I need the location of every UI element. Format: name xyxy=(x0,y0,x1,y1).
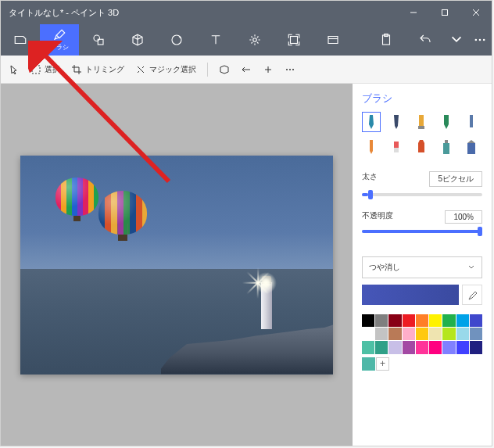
svg-rect-23 xyxy=(443,143,449,154)
zoom-in-button[interactable] xyxy=(263,64,274,75)
close-button[interactable] xyxy=(460,1,492,24)
menu-button[interactable] xyxy=(1,24,40,56)
color-swatch[interactable] xyxy=(470,314,482,327)
3d-shapes-tab[interactable] xyxy=(118,24,157,56)
color-swatch[interactable] xyxy=(442,341,455,353)
undo-button[interactable] xyxy=(406,24,445,56)
magic-select-tool[interactable]: マジック選択 xyxy=(135,64,196,75)
chevron-down-icon xyxy=(467,263,475,271)
color-swatch[interactable] xyxy=(362,314,374,327)
color-swatch[interactable] xyxy=(375,341,388,353)
maximize-button[interactable] xyxy=(429,1,460,24)
spray-brush[interactable] xyxy=(437,137,456,157)
svg-point-7 xyxy=(253,38,257,42)
color-swatch[interactable] xyxy=(388,314,401,327)
color-swatch[interactable] xyxy=(429,328,442,340)
color-swatch[interactable] xyxy=(403,341,415,353)
opacity-slider[interactable] xyxy=(362,230,482,233)
side-panel: ブラシ 太さ 5ピクセル 不透明 xyxy=(353,84,492,446)
color-swatch[interactable] xyxy=(375,328,388,340)
color-swatch[interactable] xyxy=(442,314,455,327)
eyedropper-button[interactable] xyxy=(462,285,482,305)
mixed-reality-button[interactable] xyxy=(241,64,252,75)
minimize-button[interactable] xyxy=(398,1,429,24)
color-swatch[interactable] xyxy=(416,341,428,353)
opacity-thumb[interactable] xyxy=(478,227,482,236)
svg-rect-14 xyxy=(32,66,40,73)
color-swatch[interactable] xyxy=(456,314,469,327)
brushes-tab[interactable]: ブラシ xyxy=(40,24,79,56)
window-title: タイトルなし* - ペイント 3D xyxy=(1,7,398,19)
more-menu[interactable] xyxy=(468,24,492,56)
oil-brush[interactable] xyxy=(412,112,431,132)
crop-tool[interactable]: トリミング xyxy=(71,64,124,75)
color-swatch[interactable] xyxy=(403,328,415,340)
color-swatch[interactable] xyxy=(403,314,415,327)
panel-title: ブラシ xyxy=(362,91,482,106)
thickness-thumb[interactable] xyxy=(368,190,373,199)
lighthouse-light xyxy=(259,276,273,290)
watercolor-brush[interactable] xyxy=(437,112,456,132)
opacity-value[interactable]: 100% xyxy=(445,210,482,224)
calligraphy-brush[interactable] xyxy=(387,112,406,132)
color-swatch[interactable] xyxy=(429,314,442,327)
svg-point-15 xyxy=(286,69,288,70)
cursor-tool[interactable] xyxy=(9,64,20,75)
canvas-tab[interactable] xyxy=(274,24,313,56)
svg-point-17 xyxy=(292,69,294,70)
opacity-label: 不透明度 xyxy=(362,210,393,224)
thickness-value[interactable]: 5ピクセル xyxy=(429,171,482,187)
2d-shapes-tab[interactable] xyxy=(79,24,118,56)
color-swatch[interactable] xyxy=(416,328,428,340)
svg-point-16 xyxy=(289,69,291,70)
stickers-tab[interactable] xyxy=(157,24,196,56)
svg-point-6 xyxy=(172,35,181,45)
select-tool[interactable]: 選択 xyxy=(30,64,60,75)
color-swatch[interactable] xyxy=(456,328,469,340)
color-swatch[interactable] xyxy=(456,341,469,353)
color-swatch[interactable] xyxy=(470,328,482,340)
paint3d-window: タイトルなし* - ペイント 3D ブラシ 選択 トリミング マジック選択 xyxy=(0,0,492,446)
pencil-brush[interactable] xyxy=(362,137,381,157)
current-color[interactable] xyxy=(362,285,459,305)
thickness-section: 太さ 5ピクセル xyxy=(362,171,482,187)
crayon-brush[interactable] xyxy=(412,137,431,157)
color-swatch[interactable] xyxy=(416,314,428,327)
svg-rect-18 xyxy=(419,115,424,126)
canvas[interactable] xyxy=(20,156,333,375)
svg-point-13 xyxy=(483,39,485,41)
paste-button[interactable] xyxy=(367,24,406,56)
color-swatch[interactable] xyxy=(388,341,401,353)
more-button[interactable] xyxy=(285,64,295,75)
color-swatch[interactable] xyxy=(442,328,455,340)
svg-rect-22 xyxy=(394,148,399,152)
pixel-pen[interactable] xyxy=(462,112,481,132)
effects-tab[interactable] xyxy=(235,24,274,56)
marker-brush[interactable] xyxy=(362,112,381,132)
add-color-button[interactable]: + xyxy=(376,357,389,371)
color-swatch[interactable] xyxy=(429,341,442,353)
color-swatch[interactable] xyxy=(388,328,401,340)
history-dropdown[interactable] xyxy=(445,24,468,56)
titlebar: タイトルなし* - ペイント 3D xyxy=(1,1,492,24)
separator xyxy=(207,63,208,77)
3d-view-button[interactable] xyxy=(219,64,230,75)
secondary-toolbar: 選択 トリミング マジック選択 xyxy=(1,56,492,84)
finish-dropdown[interactable]: つや消し xyxy=(362,256,482,278)
color-swatch[interactable] xyxy=(470,341,482,353)
3d-library-tab[interactable] xyxy=(313,24,353,56)
svg-rect-20 xyxy=(470,115,473,127)
svg-rect-24 xyxy=(445,140,448,143)
svg-point-11 xyxy=(475,39,478,41)
text-tab[interactable] xyxy=(196,24,235,56)
fill-brush[interactable] xyxy=(462,137,481,157)
color-palette xyxy=(362,314,482,354)
eraser-brush[interactable] xyxy=(387,137,406,157)
thickness-slider[interactable] xyxy=(362,193,482,196)
color-swatch[interactable] xyxy=(375,314,388,327)
user-color-swatch[interactable] xyxy=(362,357,375,371)
color-swatch[interactable] xyxy=(362,328,374,340)
color-swatch[interactable] xyxy=(362,341,374,353)
content-area: ブラシ 太さ 5ピクセル 不透明 xyxy=(1,84,492,446)
svg-rect-25 xyxy=(467,143,475,154)
